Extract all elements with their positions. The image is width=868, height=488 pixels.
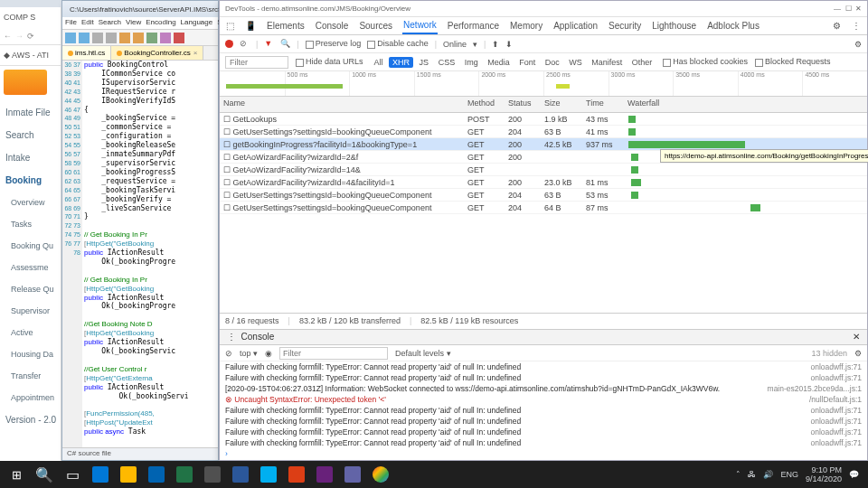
filter-img[interactable]: Img: [461, 57, 482, 68]
devtools-tab-adblock plus[interactable]: Adblock Plus: [706, 18, 760, 33]
gear-icon[interactable]: ⚙: [854, 349, 862, 358]
request-row[interactable]: ☐ GetUserSettings?settingsId=bookingQueu…: [220, 189, 867, 202]
filter-input[interactable]: [225, 56, 288, 69]
console-filter-input[interactable]: [279, 347, 388, 360]
context-select[interactable]: top ▾: [240, 349, 258, 358]
nav-item[interactable]: Housing Da: [0, 343, 61, 365]
nav-item[interactable]: Booking: [0, 169, 61, 192]
console-log[interactable]: Failure with checking formfill: TypeErro…: [220, 361, 867, 372]
filter-media[interactable]: Media: [484, 57, 514, 68]
gear-icon[interactable]: ⚙: [854, 40, 862, 49]
devtools-tab-console[interactable]: Console: [315, 18, 350, 33]
console-log[interactable]: Failure with checking formfill: TypeErro…: [220, 372, 867, 383]
close-icon[interactable]: ✕: [855, 5, 862, 13]
inspect-icon[interactable]: ⬚: [225, 18, 235, 33]
console-drawer-header[interactable]: ⋮ Console ✕: [220, 329, 867, 345]
devtools-tab-application[interactable]: Application: [552, 18, 599, 33]
tray-chevron-icon[interactable]: ˄: [736, 470, 741, 479]
nav-item[interactable]: Assessme: [0, 257, 61, 278]
request-row[interactable]: ☐ GetAoWizardFacility?wizardId=14&GET: [220, 164, 867, 176]
upload-icon[interactable]: ⬆: [492, 40, 499, 49]
nav-item[interactable]: Active: [0, 322, 61, 343]
taskbar-app[interactable]: [256, 464, 281, 485]
taskbar-app[interactable]: [284, 464, 309, 485]
devtools-tab-performance[interactable]: Performance: [447, 18, 500, 33]
devtools-tab-security[interactable]: Security: [608, 18, 642, 33]
taskbar-app[interactable]: [116, 464, 141, 485]
maximize-icon[interactable]: ☐: [845, 5, 852, 13]
taskbar-app[interactable]: [368, 464, 393, 485]
windows-taskbar[interactable]: ⊞ 🔍 ▭ ˄ 🖧 🔊 ENG 9:10 PM 9/14/2020 💬: [0, 461, 868, 488]
filter-xhr[interactable]: XHR: [389, 57, 413, 68]
filter-other[interactable]: Other: [628, 57, 656, 68]
request-row[interactable]: ☐ GetAoWizardFacility?wizardId=4&facilit…: [220, 176, 867, 189]
filter-ws[interactable]: WS: [565, 57, 586, 68]
close-icon[interactable]: ×: [193, 49, 198, 57]
minimize-icon[interactable]: —: [834, 5, 841, 13]
console-log[interactable]: [2020-09-15T04:06:27.031Z] Information: …: [220, 383, 867, 394]
devtools-tab-elements[interactable]: Elements: [266, 18, 306, 33]
start-button[interactable]: ⊞: [4, 464, 29, 485]
notifications-icon[interactable]: 💬: [849, 470, 859, 479]
filter-js[interactable]: JS: [416, 57, 433, 68]
taskbar-app[interactable]: [228, 464, 253, 485]
devtools-tab-network[interactable]: Network: [402, 17, 438, 34]
taskbar-app[interactable]: [88, 464, 113, 485]
device-icon[interactable]: 📱: [244, 18, 257, 33]
system-tray[interactable]: ˄ 🖧 🔊 ENG 9:10 PM 9/14/2020 💬: [736, 465, 864, 483]
hidden-count[interactable]: 13 hidden: [811, 349, 847, 358]
nav-item[interactable]: Appointmen: [0, 387, 61, 408]
console-log[interactable]: Failure with checking formfill: TypeErro…: [220, 405, 867, 416]
timeline-overview[interactable]: 500 ms1000 ms1500 ms2000 ms2500 ms3000 m…: [220, 71, 867, 97]
request-row[interactable]: ☐ GetLookupsPOST2001.9 kB43 ms: [220, 113, 867, 126]
nav-item[interactable]: Release Qu: [0, 278, 61, 300]
request-row[interactable]: ☐ GetUserSettings?settingsId=bookingQueu…: [220, 202, 867, 214]
console-log[interactable]: ⊗ Uncaught SyntaxError: Unexpected token…: [220, 394, 867, 405]
devtools-tab-lighthouse[interactable]: Lighthouse: [651, 18, 697, 33]
reload-icon[interactable]: ⟳: [27, 32, 34, 41]
nav-item[interactable]: Intake: [0, 146, 61, 169]
filter-css[interactable]: CSS: [435, 57, 459, 68]
tab-ims[interactable]: ims.htl.cs: [62, 46, 111, 60]
console-toggle-icon[interactable]: ⋮: [227, 332, 236, 342]
request-row[interactable]: ☐ GetUserSettings?settingsId=bookingQueu…: [220, 126, 867, 138]
network-header[interactable]: Name Method Status Size Time Waterfall: [220, 97, 867, 113]
network-toolbar[interactable]: ⊘ | ▼ 🔍 | Preserve log Disable cache | O…: [220, 35, 867, 53]
task-view-icon[interactable]: ▭: [60, 464, 85, 485]
request-row[interactable]: ☐ GetAoWizardFacility?wizardId=2&fGET200…: [220, 151, 867, 164]
search-icon[interactable]: 🔍: [280, 39, 290, 49]
editor-menu[interactable]: FileEditSearchViewEncodingLanguageSe: [62, 17, 218, 30]
code-area[interactable]: public BookingControl ICommonService co …: [82, 61, 218, 447]
console-log[interactable]: Failure with checking formfill: TypeErro…: [220, 427, 867, 437]
nav-item[interactable]: Booking Qu: [0, 235, 61, 257]
devtools-tab-sources[interactable]: Sources: [358, 18, 393, 33]
throttle-select[interactable]: Online: [443, 40, 467, 49]
gear-icon[interactable]: ⚙: [832, 18, 842, 33]
clock-date[interactable]: 9/14/2020: [806, 474, 842, 483]
taskbar-app[interactable]: [172, 464, 197, 485]
menu-icon[interactable]: ⋮: [851, 18, 862, 33]
nav-item[interactable]: Supervisor: [0, 300, 61, 322]
download-icon[interactable]: ⬇: [505, 40, 513, 49]
filter-icon[interactable]: ▼: [264, 39, 274, 49]
tab-label[interactable]: COMP S: [0, 7, 61, 27]
volume-icon[interactable]: 🔊: [763, 470, 773, 479]
clear-icon[interactable]: ⊘: [240, 39, 250, 49]
taskbar-app[interactable]: [144, 464, 169, 485]
tab-bookingcontroller[interactable]: BookingController.cs ×: [111, 46, 203, 60]
filter-font[interactable]: Font: [515, 57, 539, 68]
search-icon[interactable]: 🔍: [32, 464, 57, 485]
console-toolbar[interactable]: ⊘ top ▾ ◉ Default levels ▾ 13 hidden ⚙: [220, 345, 867, 361]
language-indicator[interactable]: ENG: [780, 470, 798, 479]
filter-all[interactable]: All: [371, 57, 387, 68]
nav-item[interactable]: Version - 2.0: [0, 408, 61, 431]
nav-item[interactable]: Overview: [0, 192, 61, 213]
network-icon[interactable]: 🖧: [748, 470, 756, 479]
console-log[interactable]: Failure with checking formfill: TypeErro…: [220, 416, 867, 427]
network-filters[interactable]: Hide data URLs All XHR JS CSS Img Media …: [220, 53, 867, 71]
levels-select[interactable]: Default levels ▾: [395, 349, 451, 358]
forward-icon[interactable]: →: [15, 32, 24, 41]
bookmark-aws[interactable]: AWS - ATI: [12, 51, 49, 60]
nav-item[interactable]: Transfer: [0, 365, 61, 387]
filter-doc[interactable]: Doc: [542, 57, 563, 68]
